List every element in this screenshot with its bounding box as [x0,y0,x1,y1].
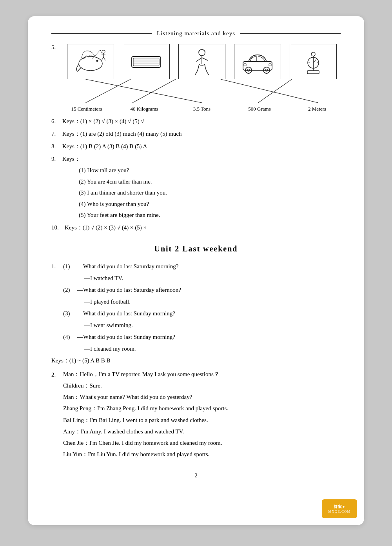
svg-line-6 [103,57,105,60]
key-7-content: Keys：(1) are (2) old (3) much (4) many (… [62,128,181,140]
label-5: 2 Meters [294,106,341,112]
img-scale [290,44,337,79]
item1-keys: Keys：(1) ~ (5) A B B B [51,355,341,366]
svg-line-18 [195,73,196,75]
item1-sub1-a: —I watched TV. [84,272,181,284]
svg-line-17 [202,58,208,60]
watermark-bottom: MXQE.COM [328,510,350,513]
svg-line-40 [258,79,292,103]
key-10: 10. Keys：(1) √ (2) × (3) √ (4) × (5) × [51,222,341,233]
key-9-sub-4: (4) Who is younger than you? [79,198,149,210]
unit2-content: 1. (1)—What did you do last Saturday mor… [51,260,341,460]
dialog-1: Man：Hello，I'm a TV reporter. May I ask y… [63,369,228,380]
dialog-4: Zhang Peng：I'm Zhang Peng. I did my home… [63,403,228,414]
key-6: 6. Keys：(1) × (2) √ (3) × (4) √ (5) √ [51,115,341,127]
key-9-num: 9. [51,153,62,165]
section-title: Listening materials and keys [51,30,341,37]
key-8: 8. Keys：(1) B (2) A (3) B (4) B (5) A [51,140,341,152]
dialog-2: Children：Sure. [63,380,228,391]
key-9: 9. Keys： (1) How tall are you? (2) You a… [51,153,341,221]
q5-container: 5. [51,44,341,112]
person-svg [184,48,220,75]
scale-svg [296,48,331,75]
svg-rect-27 [307,71,319,74]
item1-sub3-a: —I went swimming. [84,319,181,331]
page: Listening materials and keys 5. [27,16,365,526]
item1-header: 1. (1)—What did you do last Saturday mor… [51,260,341,355]
dialog-5: Bai Ling：I'm Bai Ling. I went to a park … [63,415,228,426]
key-9-main: 9. Keys： [51,153,80,165]
svg-line-7 [100,50,102,53]
label-3: 3.5 Tons [178,106,225,112]
svg-rect-20 [243,62,272,70]
dialog-7: Chen Jie：I'm Chen Jie. I did my homework… [63,437,228,449]
svg-line-35 [313,60,316,63]
item1-body: (1)—What did you do last Saturday mornin… [63,260,181,355]
item1-sub4: (4)—What did you do last Sunday morning?… [63,331,181,355]
img-car [234,44,281,79]
key-6-content: Keys：(1) × (2) √ (3) × (4) √ (5) √ [62,115,144,127]
item1-sub2: (2)—What did you do last Saturday aftern… [63,284,181,308]
dialog-3: Man：What's your name? What did you do ye… [63,391,228,403]
item1-number: 1. [51,260,63,272]
key-10-num: 10. [51,222,65,233]
label-4: 500 Grams [236,106,283,112]
item2-body: Man：Hello，I'm a TV reporter. May I ask y… [63,369,228,460]
svg-rect-25 [244,64,246,66]
whale-svg [73,48,108,75]
key-10-content: Keys：(1) √ (2) × (3) √ (4) × (5) × [65,222,147,233]
key-6-num: 6. [51,115,62,127]
img-whale [67,44,114,79]
svg-line-38 [132,79,176,103]
svg-rect-26 [269,64,271,66]
item1-sub4-q: (4)—What did you do last Sunday morning? [63,331,181,343]
key-9-sub-1: (1) How tall are you? [79,165,129,176]
key-9-sub-3: (3) I am thinner and shorter than you. [79,187,167,198]
label-2: 40 Kilograms [121,106,168,112]
key-7: 7. Keys：(1) are (2) old (3) much (4) man… [51,128,341,140]
unit2-title: Unit 2 Last weekend [51,244,341,253]
svg-line-19 [208,73,209,75]
key-9-sub-5: (5) Your feet are bigger than mine. [79,209,160,221]
item1-sub3: (3)—What did you do last Sunday morning?… [63,308,181,331]
svg-line-37 [85,79,131,103]
svg-point-0 [79,56,102,71]
crossing-lines-svg [63,79,341,103]
dialog-8: Liu Yun：I'm Liu Yun. I did my homework a… [63,449,228,460]
svg-line-16 [196,58,202,62]
svg-line-5 [102,57,103,60]
key-8-content: Keys：(1) B (2) A (3) B (4) B (5) A [62,140,147,152]
item1-sub3-q: (3)—What did you do last Sunday morning? [63,308,181,319]
svg-line-36 [85,79,202,103]
crossing-lines-container [63,79,341,103]
keys-list: 6. Keys：(1) × (2) √ (3) × (4) √ (5) √ 7.… [51,115,341,233]
item1-sub2-a: —I played football. [84,296,181,308]
labels-row: 15 Centimeters 40 Kilograms 3.5 Tons 500… [63,106,341,112]
key-9-content: Keys： [62,153,80,165]
item1-sub4-a: —I cleaned my room. [84,343,181,355]
svg-point-29 [311,52,315,56]
img-tray [123,44,170,79]
item2-number: 2. [51,369,63,380]
item2-header: 2. Man：Hello，I'm a TV reporter. May I as… [51,369,341,460]
img-person [178,44,225,79]
key-8-num: 8. [51,140,62,152]
tray-svg [129,48,164,75]
title-text: Listening materials and keys [157,30,235,37]
key-7-num: 7. [51,128,62,140]
item1-sub1-q: (1)—What did you do last Saturday mornin… [63,260,181,272]
watermark: 答案● MXQE.COM [322,499,357,518]
car-svg [240,48,275,75]
q5-number: 5. [51,44,63,51]
item1-sub2-q: (2)—What did you do last Saturday aftern… [63,284,181,296]
svg-point-1 [96,60,98,62]
item1-sub1: (1)—What did you do last Saturday mornin… [63,260,181,284]
images-row [63,44,341,79]
unit2-item-2: 2. Man：Hello，I'm a TV reporter. May I as… [51,369,341,460]
key-9-sub-2: (2) You are 4cm taller than me. [79,176,152,187]
unit2-item-1: 1. (1)—What did you do last Saturday mor… [51,260,341,366]
page-number: — 2 — [51,472,341,479]
label-1: 15 Centimeters [63,106,110,112]
svg-point-2 [102,50,105,53]
dialog-6: Amy：I'm Amy. I washed clothes and watche… [63,426,228,437]
